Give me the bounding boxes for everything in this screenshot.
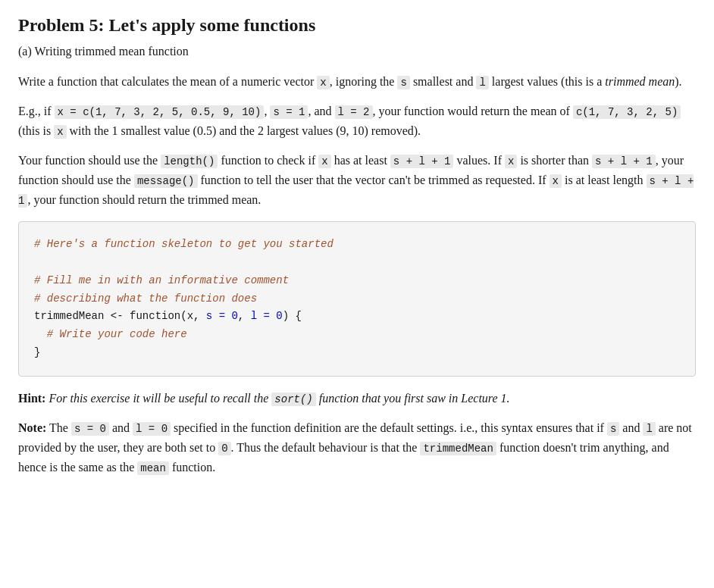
problem-title: Problem 5: Let's apply some functions: [18, 15, 696, 36]
intro-paragraph: Write a function that calculates the mea…: [18, 72, 696, 92]
req-x2: x: [505, 155, 517, 168]
code-skeleton-block[interactable]: # Here's a function skeleton to get you …: [18, 221, 696, 377]
note-s2: s: [607, 422, 619, 436]
example-code2: c(1, 7, 3, 2, 5): [573, 105, 681, 119]
note-mean: mean: [137, 461, 169, 475]
code-s-param: s = 0: [206, 310, 238, 322]
note-paragraph: Note: The s = 0 and l = 0 specified in t…: [18, 418, 696, 477]
sort-func: sort(): [271, 393, 315, 406]
code-close-brace: }: [34, 344, 680, 362]
example-s-eq: s = 1: [270, 105, 308, 119]
hint-paragraph: Hint: For this exercise it will be usefu…: [18, 389, 696, 408]
hint-label: Hint:: [18, 392, 45, 405]
note-s-default: s = 0: [71, 422, 109, 436]
intro-s: s: [397, 76, 409, 89]
note-label: Note:: [18, 421, 46, 434]
problem-subtitle: (a) Writing trimmed mean function: [18, 42, 696, 61]
code-comment4: # Write your code here: [47, 328, 187, 340]
code-blank2: # Write your code here: [34, 326, 680, 344]
req-expr2: s + l + 1: [592, 155, 656, 168]
code-comment2: # Fill me in with an informative comment: [34, 272, 680, 290]
intro-l: l: [476, 76, 488, 89]
example-code1: x = c(1, 7, 3, 2, 5, 0.5, 9, 10): [55, 105, 265, 119]
req-expr3: s + l + 1: [18, 174, 694, 208]
example-x2: x: [54, 125, 66, 139]
code-comment3: # describing what the function does: [34, 290, 680, 308]
code-func-line: trimmedMean <- function(x, s = 0, l = 0)…: [34, 308, 680, 326]
requirements-paragraph: Your function should use the length() fu…: [18, 151, 696, 209]
length-func: length(): [161, 155, 218, 168]
note-zero: 0: [218, 442, 230, 455]
req-expr1: s + l + 1: [390, 155, 454, 168]
req-x1: x: [318, 155, 330, 168]
code-blank1: [34, 254, 680, 272]
note-trimmedmean: trimmedMean: [420, 442, 496, 455]
note-l2: l: [643, 422, 655, 436]
code-l-param: l = 0: [251, 310, 283, 322]
example-paragraph: E.g., if x = c(1, 7, 3, 2, 5, 0.5, 9, 10…: [18, 102, 696, 140]
code-comment1: # Here's a function skeleton to get you …: [34, 236, 680, 254]
intro-x: x: [317, 76, 329, 89]
message-func: message(): [134, 174, 198, 188]
note-l-default: l = 0: [133, 422, 171, 436]
hint-text: For this exercise it will be useful to r…: [49, 392, 509, 405]
req-x3: x: [550, 174, 562, 188]
example-l-eq: l = 2: [335, 105, 373, 119]
